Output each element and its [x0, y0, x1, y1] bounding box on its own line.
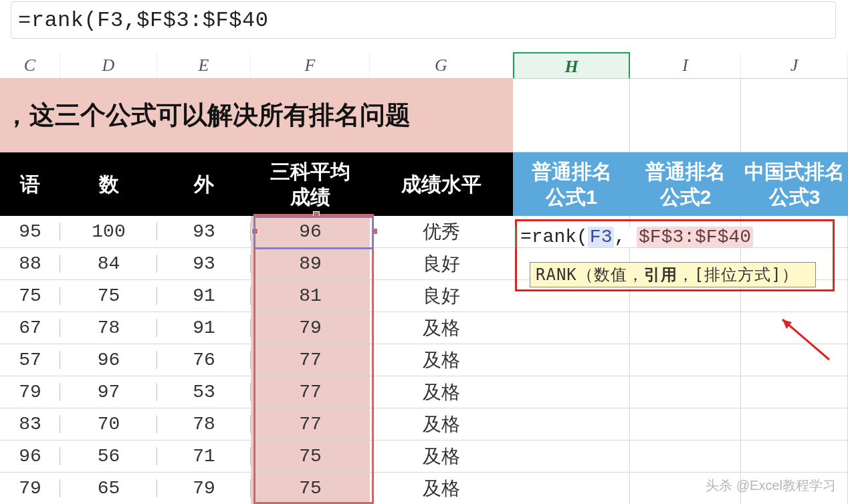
cell-G3[interactable]: 优秀: [370, 216, 513, 248]
cell-C6[interactable]: 67: [0, 312, 60, 344]
col-header-J[interactable]: J: [741, 52, 848, 78]
function-hint-tooltip[interactable]: RANK （ 数值， 引用 ，[排位方式]）: [530, 262, 816, 287]
cell-F11[interactable]: 75: [251, 473, 370, 504]
cell-G5[interactable]: 良好: [370, 280, 513, 312]
cell-D6[interactable]: 78: [60, 312, 157, 344]
col-header-I[interactable]: I: [630, 52, 741, 78]
cell-G4[interactable]: 良好: [370, 248, 513, 280]
cell-C7[interactable]: 57: [0, 344, 60, 376]
th-foreign: 外: [157, 152, 251, 216]
cell-I6[interactable]: [630, 312, 741, 344]
th-language: 语: [0, 152, 60, 216]
cell-H10[interactable]: [513, 440, 630, 473]
cell-C4[interactable]: 88: [0, 248, 60, 280]
cell-J8[interactable]: [741, 376, 848, 408]
cell-F5[interactable]: 81: [251, 280, 370, 312]
cell-H7[interactable]: [513, 344, 630, 376]
cell-C10[interactable]: 96: [0, 440, 60, 473]
cell-G11[interactable]: 及格: [370, 473, 513, 504]
cell-I10[interactable]: [630, 440, 741, 473]
formula-comma: ,: [614, 227, 637, 247]
cell-J1[interactable]: [741, 79, 848, 152]
edit-caret: [515, 226, 516, 249]
cell-H8[interactable]: [513, 376, 630, 408]
col-header-C[interactable]: C: [0, 52, 60, 78]
hint-p1: 数值，: [594, 264, 644, 285]
hint-fn: RANK: [536, 265, 577, 284]
cell-C11[interactable]: 79: [0, 473, 60, 504]
cell-D10[interactable]: 56: [60, 440, 157, 473]
selection-handle-right[interactable]: [371, 228, 378, 235]
formula-bar-text: =rank(F3,$F$3:$F$40: [18, 8, 268, 33]
cell-H1[interactable]: [513, 79, 630, 152]
cell-H6[interactable]: [513, 312, 630, 344]
cell-F3[interactable]: 96: [251, 216, 370, 248]
cell-D7[interactable]: 96: [60, 344, 157, 376]
cell-E11[interactable]: 79: [157, 473, 251, 504]
cell-G9[interactable]: 及格: [370, 408, 513, 440]
col-header-H[interactable]: H: [513, 52, 630, 78]
col-header-G[interactable]: G: [370, 52, 513, 78]
cell-E8[interactable]: 53: [157, 376, 251, 408]
col-header-F[interactable]: F: [251, 52, 370, 78]
cell-I7[interactable]: [630, 344, 741, 376]
cell-C9[interactable]: 83: [0, 408, 60, 440]
cell-F6[interactable]: 79: [251, 312, 370, 344]
col-header-D[interactable]: D: [60, 52, 157, 78]
selection-handle-left[interactable]: [251, 228, 258, 235]
title-banner-row: ，这三个公式可以解决所有排名问题: [0, 79, 848, 152]
table-header-row: 语 数 外 三科平均 成绩 成绩水平 普通排名 公式1 普通排名 公式2 中国式…: [0, 152, 848, 216]
cell-I9[interactable]: [630, 408, 741, 440]
cell-D5[interactable]: 75: [60, 280, 157, 312]
cell-J6[interactable]: [741, 312, 848, 344]
worksheet-grid[interactable]: ，这三个公式可以解决所有排名问题 语 数 外 三科平均 成绩 成绩水平 普通排名…: [0, 79, 848, 504]
cell-E7[interactable]: 76: [157, 344, 251, 376]
th-rank3: 中国式排名 公式3: [741, 152, 848, 216]
cell-E3[interactable]: 93: [157, 216, 251, 248]
cell-D11[interactable]: 65: [60, 473, 157, 504]
cell-D8[interactable]: 97: [60, 376, 157, 408]
cell-C8[interactable]: 79: [0, 376, 60, 408]
table-row: 57967677及格: [0, 344, 848, 376]
selection-handle-top[interactable]: [313, 211, 320, 218]
cell-G8[interactable]: 及格: [370, 376, 513, 408]
cell-E6[interactable]: 91: [157, 312, 251, 344]
th-rank2: 普通排名 公式2: [630, 152, 741, 216]
hint-open: （: [577, 264, 594, 285]
cell-F4[interactable]: 89: [251, 248, 370, 280]
column-header-row: C D E F G H I J: [0, 52, 848, 79]
col-header-E[interactable]: E: [157, 52, 251, 78]
cell-D3[interactable]: 100: [60, 216, 157, 248]
cell-G10[interactable]: 及格: [370, 440, 513, 473]
cell-G6[interactable]: 及格: [370, 312, 513, 344]
cell-D4[interactable]: 84: [60, 248, 157, 280]
cell-H11[interactable]: [513, 473, 630, 504]
cell-E9[interactable]: 78: [157, 408, 251, 440]
cell-H9[interactable]: [513, 408, 630, 440]
cell-E4[interactable]: 93: [157, 248, 251, 280]
cell-G7[interactable]: 及格: [370, 344, 513, 376]
th-level: 成绩水平: [370, 152, 513, 216]
cell-F8[interactable]: 77: [251, 376, 370, 408]
table-row: 79975377及格: [0, 376, 848, 408]
watermark: 头杀 @Excel教程学习: [706, 477, 836, 495]
cell-J3[interactable]: [741, 216, 848, 248]
cell-C3[interactable]: 95: [0, 216, 60, 248]
formula-bar[interactable]: =rank(F3,$F$3:$F$40: [11, 1, 836, 39]
cell-J7[interactable]: [741, 344, 848, 376]
cell-D9[interactable]: 70: [60, 408, 157, 440]
cell-formula-editing[interactable]: =rank(F3, $F$3:$F$40: [519, 227, 754, 247]
cell-E10[interactable]: 71: [157, 440, 251, 473]
cell-C5[interactable]: 75: [0, 280, 60, 312]
cell-E5[interactable]: 91: [157, 280, 251, 312]
cell-F10[interactable]: 75: [251, 440, 370, 473]
cell-J10[interactable]: [741, 440, 848, 473]
cell-I8[interactable]: [630, 376, 741, 408]
hint-p2: 引用: [644, 264, 677, 285]
cell-J9[interactable]: [741, 408, 848, 440]
cell-F9[interactable]: 77: [251, 408, 370, 440]
cell-I1[interactable]: [630, 79, 741, 152]
cell-F7[interactable]: 77: [251, 344, 370, 376]
table-row: 96567175及格: [0, 440, 848, 473]
table-row: 83707877及格: [0, 408, 848, 440]
